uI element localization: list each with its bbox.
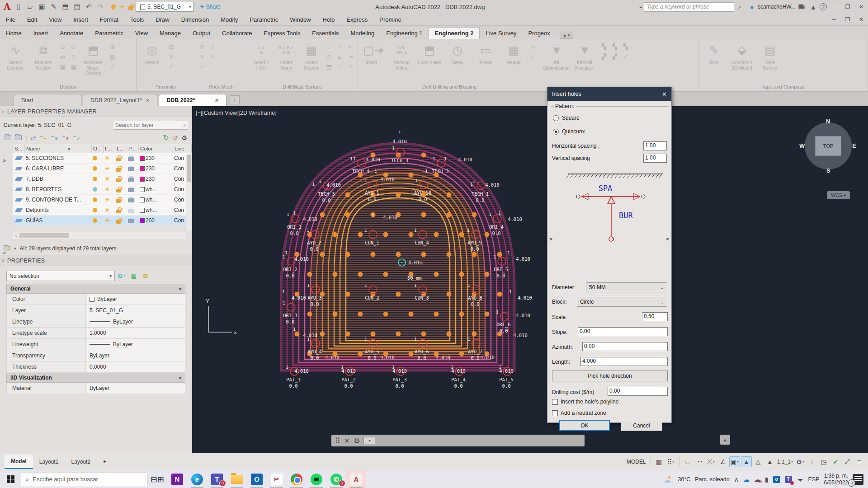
printer-icon[interactable] <box>128 157 134 161</box>
radio-square-label[interactable]: Square <box>562 115 580 121</box>
panel-label[interactable]: Drill/Blast Surface <box>247 83 358 91</box>
ribbon-small-icon[interactable]: ▞ <box>600 52 608 61</box>
ribbon-small-icon[interactable]: ✣ <box>198 42 206 51</box>
wifi-icon[interactable] <box>797 477 804 482</box>
ribbon-small-icon[interactable]: ∷ <box>336 62 344 70</box>
layer-thaw-icon[interactable]: ☀ <box>119 4 125 10</box>
command-dock[interactable]: ⠿ ✕ ⚙ ▾ <box>331 435 585 446</box>
weather-icon[interactable]: ☀☁ <box>663 475 673 483</box>
block-select[interactable]: Circle⌄ <box>577 297 667 307</box>
graphics-performance-icon[interactable]: ✔ <box>830 456 841 467</box>
lock-icon[interactable] <box>116 199 121 203</box>
ortho-icon[interactable]: ∟ <box>682 456 693 467</box>
radio-quincunx-label[interactable]: Quincunx <box>562 128 585 135</box>
new-layer-icon[interactable]: ≡✦ <box>39 134 47 141</box>
ribbon-small-icon[interactable]: ✓ <box>108 62 117 70</box>
model-badge[interactable]: MODEL <box>627 459 646 465</box>
ribbon-tab-manage[interactable]: Manage <box>154 28 187 39</box>
menu-draw[interactable]: Draw <box>150 14 175 25</box>
ribbon-small-icon[interactable]: ⇤ <box>347 42 355 51</box>
layer-row-5-secciones[interactable]: 5. SECCIONES☀230Con <box>13 153 192 164</box>
ribbon-small-icon[interactable]: ∅ <box>70 42 78 51</box>
ribbon-tab-live-survey[interactable]: Live Survey <box>480 28 522 39</box>
ribbon-button-insert-report[interactable]: ▦Insert Report <box>300 42 322 70</box>
clean-screen-icon[interactable]: ⤢ <box>842 456 853 467</box>
notification-center-icon[interactable]: 3 <box>853 474 863 485</box>
layer-on-icon[interactable] <box>111 5 116 9</box>
length-input[interactable]: 4.000 <box>580 357 668 366</box>
minimize-button[interactable]: ─ <box>827 1 841 12</box>
layer-row-9-contorno-de-t-[interactable]: 9. CONTORNO DE T...☀wh...Con <box>13 195 192 205</box>
menu-parametric[interactable]: Parametric <box>244 14 284 25</box>
cart-icon[interactable]: ⛟ <box>796 2 807 12</box>
ribbon-tab-view[interactable]: View <box>129 28 154 39</box>
clock[interactable]: 1:36 p. m. 6/05/2022 <box>824 473 848 486</box>
taskbar-search-input[interactable]: ⌕ Escribe aquí para buscar <box>21 473 147 486</box>
printer-icon[interactable] <box>128 178 134 182</box>
menu-promine[interactable]: Promine <box>373 14 407 25</box>
ribbon-small-icon[interactable]: ⇥ <box>347 52 355 61</box>
ribbon-small-icon[interactable]: ◷ <box>325 52 333 61</box>
cancel-button[interactable]: Cancel <box>621 420 662 431</box>
panel-label[interactable]: Proximity <box>137 83 195 91</box>
close-tab-icon[interactable]: ✕ <box>146 98 150 103</box>
diameter-select[interactable]: 50 MM⌄ <box>586 282 667 292</box>
ribbon-button-report[interactable]: ▦Report <box>501 42 526 65</box>
menu-window[interactable]: Window <box>284 14 316 25</box>
ribbon-small-icon[interactable]: ⊕ <box>108 42 117 51</box>
undo-icon[interactable]: ↶ <box>84 2 94 12</box>
file-tab-ddb-2022-layout1-[interactable]: DDB 2022_Layout1*✕ <box>83 94 157 106</box>
autocad-logo-icon[interactable]: A <box>4 1 11 12</box>
user-avatar-icon[interactable]: ● <box>746 2 757 12</box>
sync-error-icon[interactable]: ☁⊘ <box>754 476 760 483</box>
ribbon-button-delay[interactable]: ◷Delay <box>445 42 470 65</box>
taskbar-app-chrome[interactable] <box>287 470 307 488</box>
ribbon-small-icon[interactable]: ▞ <box>611 52 619 61</box>
ribbon-small-icon[interactable]: ▤ <box>70 62 78 70</box>
ribbon-small-icon[interactable]: ⊾ <box>336 52 344 61</box>
battery-icon[interactable]: ▮ <box>765 476 769 483</box>
panel-label[interactable]: Tape and Compass <box>698 83 868 91</box>
ribbon-tab-engineering-1[interactable]: Engineering 1 <box>380 28 428 39</box>
polar-tracking-icon[interactable]: ◔▾ <box>694 456 705 467</box>
share-button[interactable]: ✈ Share <box>200 4 221 10</box>
weather-text[interactable]: Parc. soleado <box>695 476 729 483</box>
chevron-down-icon[interactable]: ▾ <box>189 5 191 9</box>
ribbon-tab-parametric[interactable]: Parametric <box>89 28 129 39</box>
dialog-title-bar[interactable]: Insert holes ✕ <box>547 87 671 101</box>
layer-row-6-cara-libre[interactable]: 6. CARA LIBRE☀230Con <box>13 164 192 174</box>
help-search-input[interactable]: Type a keyword or phrase <box>644 2 734 12</box>
bulb-icon[interactable] <box>93 208 97 212</box>
section-3d-visualization[interactable]: 3D Visualization▾ <box>6 373 185 383</box>
layer-hscrollbar[interactable]: ‹ <box>13 232 186 239</box>
appstore-icon[interactable]: ▲ <box>808 2 819 12</box>
prop-row-color[interactable]: ColorByLayer <box>6 294 185 305</box>
viewport-controls[interactable]: [−][Custom View][2D Wireframe] <box>196 110 277 116</box>
ribbon-button-construct-3d-model[interactable]: ⬙Construct 3D Model <box>729 42 755 70</box>
ribbon-button-estimate-stope-dilution[interactable]: ⬒Estimate Stope Dilution <box>80 42 106 76</box>
dynamic-input-icon[interactable]: ▣▾ <box>729 456 740 467</box>
layer-filter-icon[interactable] <box>5 135 11 140</box>
ribbon-small-icon[interactable]: ⬒ <box>325 62 333 70</box>
column-p[interactable]: P... <box>127 144 139 153</box>
slope-input[interactable]: 0.00 <box>578 327 668 336</box>
taskbar-app-onenote[interactable]: N <box>167 470 187 488</box>
print-icon[interactable]: ▤ <box>72 2 83 12</box>
prop-row-linetype-scale[interactable]: Linetype scale1.0000 <box>6 328 185 339</box>
ribbon-button-insert-many[interactable]: B-1 B-2 ⊙ ⊙Insert Many <box>275 42 297 70</box>
ribbon-button-edit[interactable]: ✎Edit <box>701 42 726 65</box>
panel-label[interactable]: Dilution <box>0 83 136 91</box>
layer-row-defpoints[interactable]: Defpoints☀wh...Con <box>13 205 192 216</box>
refresh-icon[interactable]: ↻ <box>163 133 169 142</box>
ribbon-small-icon[interactable]: ▚ <box>600 42 608 51</box>
weather-temp[interactable]: 30°C <box>678 476 690 483</box>
taskbar-app-teams[interactable]: T8 <box>207 470 227 488</box>
bulb-icon[interactable] <box>93 177 97 181</box>
menu-tools[interactable]: Tools <box>124 14 150 25</box>
view-compass[interactable]: TOP N W E S <box>801 119 855 173</box>
printer-icon[interactable] <box>128 188 134 192</box>
ribbon-small-icon[interactable]: ∿ <box>529 42 537 51</box>
column-s[interactable]: S... <box>13 144 25 153</box>
ribbon-small-icon[interactable]: ◌ <box>325 42 333 51</box>
workspace-plus-icon[interactable]: + <box>807 456 817 467</box>
